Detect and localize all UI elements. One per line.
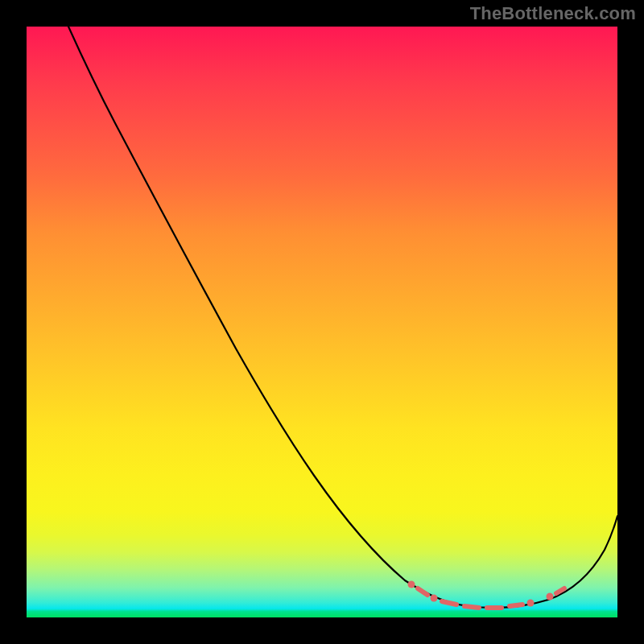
svg-point-0	[408, 581, 415, 588]
svg-line-1	[418, 588, 427, 595]
svg-line-3	[442, 601, 456, 605]
svg-line-6	[510, 605, 522, 606]
chart-frame: TheBottleneck.com	[0, 0, 644, 644]
svg-line-4	[464, 606, 479, 608]
svg-point-2	[431, 595, 438, 602]
bottleneck-curve	[68, 27, 617, 608]
plot-area	[27, 27, 617, 617]
attribution-text: TheBottleneck.com	[470, 3, 636, 24]
svg-point-8	[547, 593, 554, 601]
svg-point-7	[527, 600, 535, 607]
curve-layer	[27, 27, 617, 617]
